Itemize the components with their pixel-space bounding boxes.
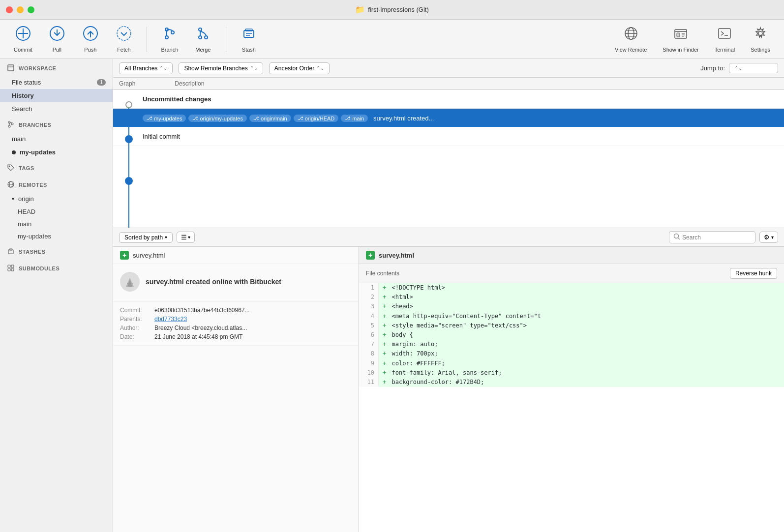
merge-icon (195, 26, 211, 45)
all-branches-dropdown[interactable]: All Branches ⌃⌄ (119, 62, 173, 74)
reverse-hunk-button[interactable]: Reverse hunk (730, 268, 777, 279)
svg-point-53 (674, 234, 679, 238)
parents-link[interactable]: dbd7733c23 (154, 316, 352, 323)
toolbar: Commit Pull Push (0, 20, 784, 59)
sidebar-item-history[interactable]: History (0, 89, 113, 102)
pull-button[interactable]: Pull (42, 23, 72, 56)
svg-rect-46 (11, 265, 14, 267)
folder-icon: 📁 (355, 5, 365, 14)
selected-commit-desc: survey.html created... (373, 115, 434, 122)
svg-point-39 (9, 166, 10, 167)
search-input[interactable] (682, 234, 751, 241)
active-branch-dot (12, 150, 16, 154)
sort-arrow: ▾ (165, 235, 167, 240)
settings-label: Settings (751, 47, 770, 53)
show-in-finder-button[interactable]: Show in Finder (657, 23, 704, 56)
svg-rect-47 (8, 268, 10, 271)
jump-to-dropdown[interactable]: ⌃⌄ (729, 63, 778, 73)
commit-title-big: survey.html created online with Bitbucke… (146, 278, 281, 286)
fetch-label: Fetch (117, 47, 131, 53)
diff-plus-8: + (383, 350, 386, 357)
diff-plus-5: + (383, 322, 386, 329)
sidebar-item-branch-main[interactable]: main (0, 132, 113, 146)
branches-icon (7, 120, 15, 129)
branches-label: BRANCHES (19, 122, 51, 128)
svg-rect-26 (677, 33, 680, 37)
files-diff-area: + survey.html (113, 247, 784, 532)
graph-col-label: Graph (119, 80, 135, 87)
graph-header: Graph Description (113, 78, 784, 90)
fetch-button[interactable]: Fetch (109, 23, 139, 56)
line-content-8: + width: 700px; (379, 349, 784, 358)
diff-line-2: 2 + <html> (359, 293, 784, 302)
fetch-icon (116, 26, 132, 45)
line-content-6: + body { (379, 330, 784, 340)
commit-meta: Commit: e06308d31513ba7be44b3df60967... … (120, 307, 352, 340)
remote-branches-dropdown[interactable]: Show Remote Branches ⌃⌄ (179, 62, 263, 74)
initial-desc: Initial commit (143, 133, 778, 140)
line-num-8: 8 (359, 349, 379, 358)
search-icon (673, 233, 680, 241)
commit-label: Commit: (120, 307, 154, 314)
branch-tag-label-5: main (352, 116, 364, 121)
diff-plus-11: + (383, 379, 386, 385)
submodules-icon (7, 264, 15, 273)
commit-row-selected[interactable]: ⎇ my-updates ⎇ origin/my-updates ⎇ origi… (113, 109, 784, 127)
terminal-button[interactable]: Terminal (709, 23, 741, 56)
description-col-label: Description (175, 80, 204, 87)
commit-icon (15, 26, 31, 45)
commit-row-uncommitted[interactable]: Uncommitted changes (113, 90, 784, 109)
line-content-5: + <style media="screen" type="text/css"> (379, 321, 784, 330)
push-icon (83, 26, 98, 45)
branch-my-updates-label: my-updates (20, 148, 56, 156)
stash-icon (241, 26, 257, 45)
branch-tag-label-3: origin/main (261, 116, 287, 121)
commit-button[interactable]: Commit (8, 23, 38, 56)
graph-svg (123, 90, 143, 228)
svg-point-51 (125, 136, 132, 143)
stash-button[interactable]: Stash (234, 23, 264, 56)
sidebar-item-origin[interactable]: ▾ origin (0, 192, 113, 206)
origin-label: origin (18, 195, 34, 203)
sidebar-item-file-status[interactable]: File status 1 (0, 76, 113, 89)
sidebar-item-branch-my-updates[interactable]: my-updates (0, 146, 113, 159)
diff-plus-7: + (383, 341, 386, 348)
file-added-icon: + (120, 251, 129, 260)
view-remote-button[interactable]: View Remote (609, 23, 653, 56)
sidebar-item-search[interactable]: Search (0, 102, 113, 116)
list-icon-button[interactable]: ☰ ▾ (177, 232, 195, 243)
diff-line-3: 3 + <head> (359, 302, 784, 311)
files-pane: + survey.html (113, 247, 359, 532)
uncommitted-desc: Uncommitted changes (143, 95, 778, 103)
svg-point-37 (11, 123, 13, 125)
remotes-section: REMOTES (0, 176, 113, 192)
line-num-10: 10 (359, 368, 379, 378)
svg-point-36 (8, 125, 10, 127)
jump-to-area: Jump to: ⌃⌄ (700, 63, 778, 73)
diff-plus-6: + (383, 331, 386, 338)
settings-button[interactable]: Settings (745, 23, 776, 56)
sidebar-item-origin-head[interactable]: HEAD (0, 206, 113, 218)
bottom-toolbar: Sorted by path ▾ ☰ ▾ (113, 228, 784, 247)
minimize-button[interactable] (17, 6, 24, 13)
order-arrow: ⌃⌄ (316, 65, 324, 71)
branch-tag-origin-head: ⎇ origin/HEAD (294, 115, 339, 122)
close-button[interactable] (6, 6, 13, 13)
search-field[interactable] (669, 231, 755, 243)
sidebar-item-origin-main[interactable]: main (0, 218, 113, 230)
remotes-label: REMOTES (19, 182, 47, 188)
file-item-survey[interactable]: + survey.html (113, 247, 359, 264)
sidebar-item-origin-my-updates[interactable]: my-updates (0, 230, 113, 242)
show-in-finder-icon (673, 26, 689, 45)
sort-by-path-button[interactable]: Sorted by path ▾ (119, 232, 173, 243)
push-button[interactable]: Push (76, 23, 105, 56)
commit-row-initial[interactable]: Initial commit (113, 127, 784, 146)
branch-button[interactable]: Branch (155, 23, 184, 56)
svg-point-7 (117, 27, 131, 40)
gear-button[interactable]: ⚙ ▾ (759, 232, 778, 243)
diff-plus-3: + (383, 303, 386, 310)
merge-button[interactable]: Merge (188, 23, 218, 56)
remote-branches-arrow: ⌃⌄ (250, 65, 258, 71)
maximize-button[interactable] (28, 6, 34, 13)
order-dropdown[interactable]: Ancestor Order ⌃⌄ (269, 62, 330, 74)
